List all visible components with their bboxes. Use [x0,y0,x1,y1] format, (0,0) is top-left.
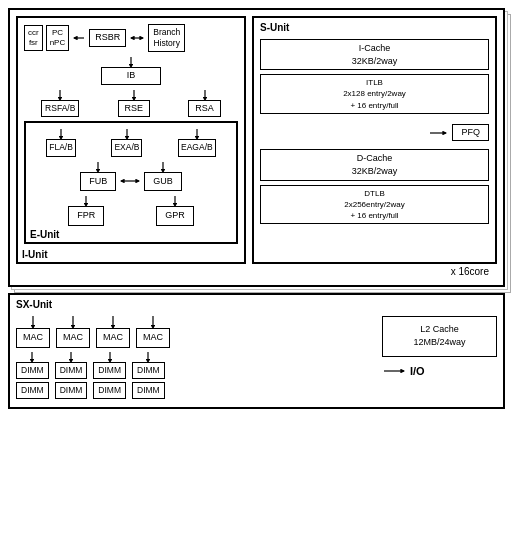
arrow-to-io [382,365,406,377]
branch-history-box: BranchHistory [148,24,185,52]
eaga-b-box: EAGA/B [178,139,216,156]
arrow-to-fub [92,162,104,172]
ib-box: IB [101,67,161,85]
dimm5-box: DIMM [16,382,49,399]
arrow-to-fla [55,129,67,139]
arrow-to-mac2 [67,316,79,328]
icache-box: I-Cache32KB/2way [260,39,489,70]
i-unit: ccrfsr PCnPC RSBR BranchHistory [16,16,246,264]
fla-b-box: FLA/B [46,139,76,156]
fub-box: FUB [80,172,116,192]
gub-box: GUB [144,172,182,192]
arrow-to-fpr [80,196,92,206]
arrow-to-gpr [169,196,181,206]
ccr-fsr-box: ccrfsr [24,25,43,52]
arrow-rsbr-branch [129,32,145,44]
s-unit: S-Unit I-Cache32KB/2way ITLB2x128 entry/… [252,16,497,264]
arrow-to-pfq [428,127,448,139]
l2cache-box: L2 Cache12MB/24way [382,316,497,357]
arrow-to-dimm1 [26,352,38,362]
itlb-box: ITLB2x128 entry/2way+ 16 entry/full [260,74,489,114]
dtlb-box: DTLB2x256entry/2way+ 16 entry/full [260,185,489,225]
pc-npc-box: PCnPC [46,25,70,52]
dimm6-box: DIMM [55,382,88,399]
mac2-box: MAC [56,328,90,348]
diagram-container: ccrfsr PCnPC RSBR BranchHistory [0,0,513,558]
arrow-to-rsa [199,90,211,100]
e-unit-label: E-Unit [30,229,59,240]
arrow-to-rse [128,90,140,100]
dimm2-box: DIMM [55,362,88,379]
dimm1-box: DIMM [16,362,49,379]
io-label: I/O [410,365,425,377]
arrow-to-ib [125,57,137,67]
exa-b-box: EXA/B [111,139,142,156]
dimm3-box: DIMM [93,362,126,379]
arrow-to-dimm3 [104,352,116,362]
e-unit: FLA/B EXA/B EAGA/B [24,121,238,243]
arrow-to-dimm4 [142,352,154,362]
x16core-label: x 16core [451,266,489,277]
arrow-to-exa [121,129,133,139]
i-unit-label: I-Unit [22,249,48,260]
sx-unit-label: SX-Unit [16,299,52,310]
arrow-to-gub [157,162,169,172]
mac1-box: MAC [16,328,50,348]
arrow-to-dimm2 [65,352,77,362]
s-unit-label: S-Unit [260,22,489,33]
rsbr-box: RSBR [89,29,126,47]
arrow-to-rsfa [54,90,66,100]
sx-unit: SX-Unit MAC MAC MAC [8,293,505,409]
dimm8-box: DIMM [132,382,165,399]
arrow-fub-gub [120,175,140,187]
arrow-from-rsbr [72,32,86,44]
mac4-box: MAC [136,328,170,348]
arrow-to-eaga [191,129,203,139]
rsfa-b-box: RSFA/B [41,100,79,117]
dimm4-box: DIMM [132,362,165,379]
arrow-to-mac1 [27,316,39,328]
arrow-to-mac4 [147,316,159,328]
rse-box: RSE [118,100,151,118]
fpr-box: FPR [68,206,104,226]
mac3-box: MAC [96,328,130,348]
gpr-box: GPR [156,206,194,226]
pfq-box: PFQ [452,124,489,142]
rsa-box: RSA [188,100,221,118]
dcache-box: D-Cache32KB/2way [260,149,489,180]
arrow-to-mac3 [107,316,119,328]
dimm7-box: DIMM [93,382,126,399]
